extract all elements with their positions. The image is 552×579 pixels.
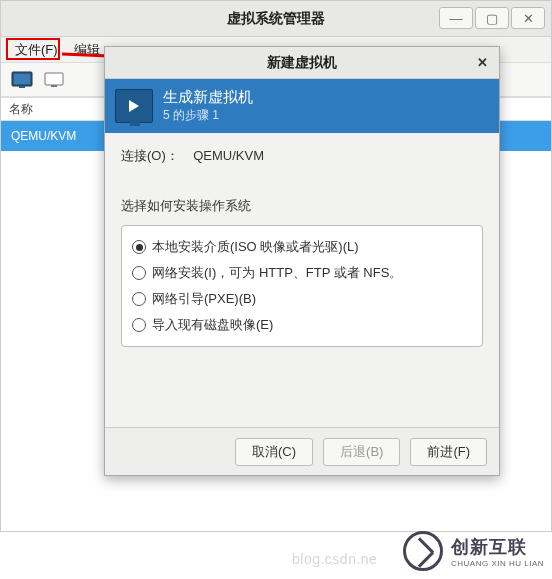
window-controls: — ▢ ✕ [439, 7, 545, 29]
svg-rect-4 [51, 85, 57, 87]
connection-label: 连接(O)： [121, 148, 179, 163]
dialog-titlebar: 新建虚拟机 ✕ [105, 47, 499, 79]
brand-cn: 创新互联 [451, 535, 544, 559]
banner-text: 生成新虚拟机 5 的步骤 1 [163, 88, 253, 124]
option-network-install[interactable]: 网络安装(I)，可为 HTTP、FTP 或者 NFS。 [132, 260, 472, 286]
menu-edit[interactable]: 编辑 [66, 39, 108, 61]
option-label: 本地安装介质(ISO 映像或者光驱)(L) [152, 238, 359, 256]
logo-mark-icon [403, 531, 443, 571]
option-import-disk[interactable]: 导入现有磁盘映像(E) [132, 312, 472, 338]
connection-line: 连接(O)： QEMU/KVM [121, 147, 483, 165]
vm-monitor-icon [115, 89, 153, 123]
dialog-banner: 生成新虚拟机 5 的步骤 1 [105, 79, 499, 133]
main-titlebar: 虚拟系统管理器 — ▢ ✕ [1, 1, 551, 37]
brand-en: CHUANG XIN HU LIAN [451, 559, 544, 568]
banner-step: 5 的步骤 1 [163, 107, 253, 124]
option-local-iso[interactable]: 本地安装介质(ISO 映像或者光驱)(L) [132, 234, 472, 260]
new-vm-dialog: 新建虚拟机 ✕ 生成新虚拟机 5 的步骤 1 连接(O)： QEMU/KVM 选… [104, 46, 500, 476]
dialog-body: 连接(O)： QEMU/KVM 选择如何安装操作系统 本地安装介质(ISO 映像… [105, 133, 499, 427]
banner-heading: 生成新虚拟机 [163, 88, 253, 107]
column-name: 名称 [9, 101, 33, 118]
minimize-button[interactable]: — [439, 7, 473, 29]
radio-icon [132, 240, 146, 254]
close-button[interactable]: ✕ [511, 7, 545, 29]
connection-name: QEMU/KVM [11, 129, 76, 143]
dialog-close-icon[interactable]: ✕ [473, 53, 491, 71]
install-method-group: 本地安装介质(ISO 映像或者光驱)(L) 网络安装(I)，可为 HTTP、FT… [121, 225, 483, 347]
svg-rect-2 [19, 86, 25, 88]
new-vm-icon[interactable] [9, 69, 35, 91]
radio-icon [132, 266, 146, 280]
watermark-url: blog.csdn.ne [292, 551, 377, 567]
main-title: 虚拟系统管理器 [227, 10, 325, 28]
brand-logo: 创新互联 CHUANG XIN HU LIAN [403, 531, 544, 571]
cancel-button[interactable]: 取消(C) [235, 438, 313, 466]
option-label: 网络安装(I)，可为 HTTP、FTP 或者 NFS。 [152, 264, 402, 282]
dialog-footer: 取消(C) 后退(B) 前进(F) [105, 427, 499, 475]
logo-text: 创新互联 CHUANG XIN HU LIAN [451, 535, 544, 568]
menu-file[interactable]: 文件(F) [7, 39, 66, 61]
forward-button[interactable]: 前进(F) [410, 438, 487, 466]
install-method-label: 选择如何安装操作系统 [121, 197, 483, 215]
connection-value: QEMU/KVM [193, 148, 264, 163]
dialog-title: 新建虚拟机 [267, 54, 337, 72]
option-label: 导入现有磁盘映像(E) [152, 316, 273, 334]
svg-rect-1 [14, 74, 30, 84]
radio-icon [132, 292, 146, 306]
svg-rect-3 [45, 73, 63, 85]
radio-icon [132, 318, 146, 332]
option-label: 网络引导(PXE)(B) [152, 290, 256, 308]
back-button[interactable]: 后退(B) [323, 438, 400, 466]
open-vm-icon[interactable] [41, 69, 67, 91]
maximize-button[interactable]: ▢ [475, 7, 509, 29]
option-pxe[interactable]: 网络引导(PXE)(B) [132, 286, 472, 312]
